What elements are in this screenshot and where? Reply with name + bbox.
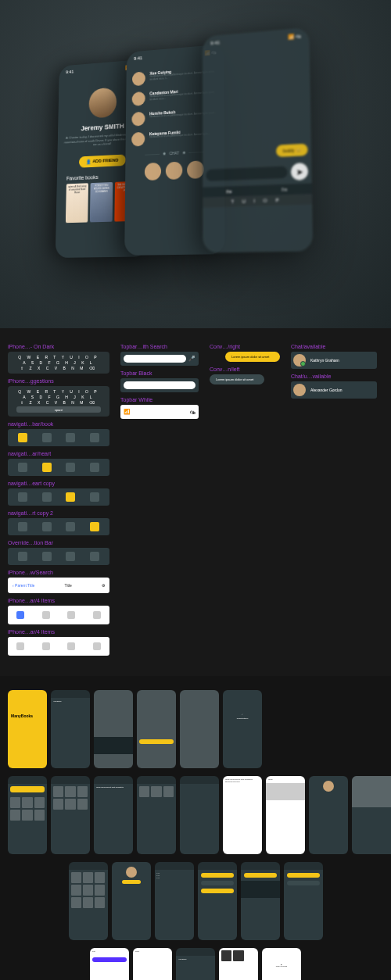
screen-reader-kbd[interactable]: Lorem — [266, 776, 305, 854]
phone-chat: 9:41📶 🛍 buddy 😊 ➤ theI'm T U I O P — [203, 27, 313, 253]
component-label: navigati…bar/book — [8, 421, 109, 427]
component-label: Conv…/right — [210, 344, 280, 349]
keyboard-suggestions-component[interactable]: Q W E R T Y U I O P A S D F G H J K L ⇧ … — [8, 386, 109, 417]
nav-heart-icon[interactable] — [42, 463, 52, 472]
nav-book-icon[interactable] — [18, 463, 27, 472]
nav-icon[interactable] — [90, 552, 99, 561]
screen-chat[interactable] — [241, 862, 280, 940]
screen-book-detail[interactable] — [137, 776, 176, 854]
search-input[interactable] — [124, 381, 196, 389]
action-icon[interactable]: ⚙ — [102, 583, 105, 588]
book-cover[interactable]: apiens A Brief istory of umankind Noah H… — [66, 183, 88, 223]
screen-chat-list[interactable] — [198, 862, 237, 940]
screen-home[interactable] — [8, 776, 47, 854]
nav-icon[interactable] — [66, 552, 75, 561]
nav-people-icon[interactable] — [66, 433, 75, 442]
navbar-heart[interactable] — [8, 459, 109, 476]
keyboard-suggestion[interactable]: the — [226, 189, 231, 195]
screen-welcome[interactable]: ManyBooks — [51, 690, 90, 768]
nav-bag-icon[interactable] — [90, 463, 99, 472]
screen-checkout[interactable]: Order — [133, 948, 172, 980]
chat-available[interactable]: Kathryn Graham — [291, 352, 377, 369]
story-avatar[interactable] — [145, 163, 161, 181]
contact-avatar — [131, 112, 145, 127]
navbar-book[interactable] — [8, 429, 109, 446]
screens-gallery: ManyBooks ManyBooks ✓Congratulations! Lo… — [0, 676, 391, 980]
screen-favorites[interactable] — [69, 862, 108, 940]
tab-item[interactable] — [42, 611, 50, 619]
tab-item[interactable] — [67, 611, 75, 619]
topbar-black[interactable] — [120, 378, 199, 392]
override-bar[interactable] — [8, 548, 109, 565]
screen-reader[interactable]: Lorem ipsum dolor sit amet consectetur a… — [223, 776, 262, 854]
screen-photo[interactable] — [180, 690, 219, 768]
nav-people-icon[interactable] — [66, 463, 75, 472]
components-panel: iPhone…- On Dark Q W E R T Y U I O P A S… — [0, 328, 391, 676]
nav-book-icon[interactable] — [18, 433, 27, 442]
story-avatar[interactable] — [166, 162, 182, 180]
screen-receipt[interactable] — [219, 948, 258, 980]
nav-icon[interactable] — [42, 552, 52, 561]
screen-signup[interactable] — [137, 690, 176, 768]
tabbar-4items[interactable] — [8, 606, 109, 624]
nav-icon[interactable] — [90, 492, 99, 502]
keyboard-dark-component[interactable]: Q W E R T Y U I O P A S D F G H J K L ⇧ … — [8, 352, 109, 374]
tabbar-4items[interactable] — [8, 637, 109, 656]
navbar-copy2[interactable] — [8, 518, 109, 535]
nav-icon[interactable] — [42, 492, 52, 502]
nav-icon[interactable] — [90, 522, 99, 531]
status-time: 9:41 — [210, 40, 220, 46]
add-friend-button[interactable]: 👤ADD FRIEND — [79, 154, 126, 167]
topbar-search[interactable]: 🎤 — [120, 352, 199, 366]
screen-chat-input[interactable] — [284, 862, 323, 940]
tab-item[interactable] — [42, 642, 50, 650]
keyboard-row: ⇧ Z X C V B N M ⌫ — [10, 400, 107, 405]
nav-icon[interactable] — [18, 492, 27, 502]
screen-author[interactable] — [309, 776, 348, 854]
screen-categories[interactable]: Lorem ipsum dolor sit amet consectetur — [94, 776, 133, 854]
screen-splash[interactable]: ManyBooks — [8, 690, 47, 768]
nav-icon[interactable] — [42, 522, 52, 531]
message-input[interactable] — [206, 166, 287, 181]
tab-item[interactable] — [93, 611, 101, 619]
screen-list[interactable] — [180, 776, 219, 854]
keyboard-suggestion[interactable]: I'm — [282, 187, 287, 192]
story-avatar[interactable] — [187, 160, 204, 179]
screen-success[interactable]: ✓Congratulations! — [223, 690, 262, 768]
nav-icon[interactable] — [66, 522, 75, 531]
screen-friends[interactable]: • • •• • •• • • — [155, 862, 194, 940]
nav-bag-icon[interactable] — [90, 433, 99, 442]
iphone-search-bar[interactable]: ‹ Parent TitleTitle⚙ — [8, 578, 109, 593]
screen-cart[interactable]: Cart — [90, 948, 129, 980]
nav-heart-icon[interactable] — [42, 433, 52, 442]
component-label: navigati…ar/heart — [8, 451, 109, 456]
bag-icon[interactable]: 🛍 — [190, 410, 196, 415]
topbar-white[interactable]: 📶🛍 — [120, 405, 199, 419]
chat-unavailable[interactable]: Alexander Gordon — [291, 381, 377, 399]
nav-icon[interactable] — [18, 552, 27, 561]
send-button[interactable]: ➤ — [291, 163, 308, 181]
status-time: 9:41 — [134, 55, 142, 62]
screen-login[interactable] — [94, 690, 133, 768]
search-input[interactable] — [124, 355, 186, 363]
brand-logo: ManyBooks — [8, 690, 47, 742]
screen-profile[interactable] — [112, 862, 151, 940]
tab-item[interactable] — [16, 642, 24, 650]
component-column: Chat/availableKathryn Graham Chat/u…vail… — [291, 344, 377, 660]
nav-icon[interactable] — [18, 522, 27, 531]
back-button[interactable]: ‹ Parent Title — [13, 583, 34, 588]
screen-confirm[interactable]: ◆Order confirmed — [262, 948, 301, 980]
component-label: Chat/u…vailable — [291, 374, 377, 379]
nav-icon[interactable] — [66, 492, 75, 502]
tab-item[interactable] — [16, 611, 24, 619]
tab-item[interactable] — [67, 642, 75, 650]
screen-gallery[interactable] — [352, 776, 391, 854]
book-cover[interactable]: FORGOTTEN HOURS KATRIN SCHUMANN — [90, 182, 113, 222]
screen-search[interactable] — [51, 776, 90, 854]
add-friend-icon: 👤 — [85, 159, 90, 164]
tab-item[interactable] — [93, 642, 101, 650]
screen-payment[interactable]: ManyBooks — [176, 948, 215, 980]
mic-icon[interactable]: 🎤 — [188, 356, 196, 362]
component-label: Chat/available — [291, 344, 377, 349]
navbar-copy[interactable] — [8, 488, 109, 506]
